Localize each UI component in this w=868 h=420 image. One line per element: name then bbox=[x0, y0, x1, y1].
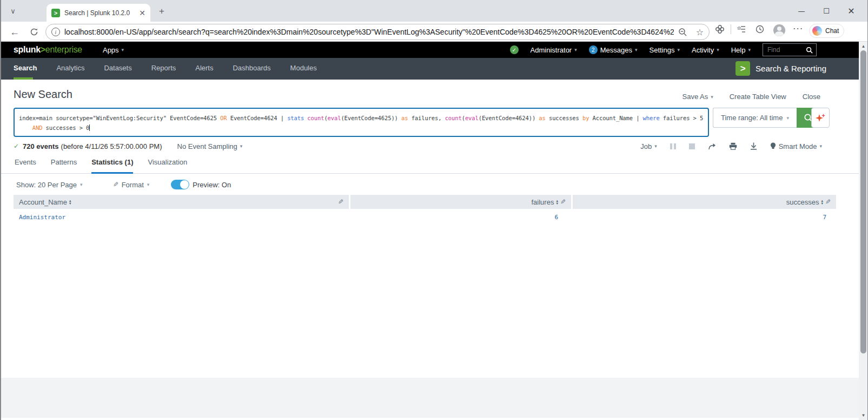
preview-toggle[interactable]: Preview: On bbox=[171, 180, 231, 189]
splunk-topbar: splunk>enterprise Apps▾ ✓ Administrator▾… bbox=[0, 42, 859, 58]
tab-patterns[interactable]: Patterns bbox=[51, 158, 77, 173]
splunk-logo[interactable]: splunk>enterprise bbox=[14, 45, 82, 55]
pause-icon[interactable] bbox=[670, 143, 676, 149]
save-as-button[interactable]: Save As▾ bbox=[682, 93, 713, 101]
per-page-menu[interactable]: Show: 20 Per Page▾ bbox=[16, 181, 83, 189]
copilot-icon bbox=[812, 26, 822, 36]
column-header-successes[interactable]: successes ▴▾ ✎ bbox=[573, 195, 836, 209]
scrollbar-thumb[interactable] bbox=[860, 50, 866, 353]
search-query-editor[interactable]: index=main sourcetype="WinEventLog:Secur… bbox=[14, 108, 709, 137]
column-header-account-name[interactable]: Account_Name ▴▾ ✎ bbox=[14, 195, 349, 209]
time-range-picker[interactable]: Time range: All time▾ bbox=[713, 108, 797, 128]
find-searchbox[interactable] bbox=[763, 43, 817, 56]
search-query-text[interactable]: index=main sourcetype="WinEventLog:Secur… bbox=[19, 113, 705, 133]
site-info-icon[interactable]: i bbox=[51, 28, 60, 36]
messages-menu[interactable]: 2 Messages▾ bbox=[589, 45, 638, 54]
cell-successes[interactable]: 7 bbox=[573, 210, 836, 224]
edit-column-icon[interactable]: ✎ bbox=[825, 198, 831, 206]
current-app[interactable]: > Search & Reporting bbox=[736, 61, 826, 76]
stop-icon[interactable] bbox=[689, 143, 695, 149]
ai-assistant-button[interactable] bbox=[811, 108, 830, 128]
event-sampling-menu[interactable]: No Event Sampling▾ bbox=[177, 142, 243, 150]
table-row: Administrator 6 7 bbox=[14, 210, 836, 224]
apps-label: Apps bbox=[103, 46, 119, 54]
cell-account-name[interactable]: Administrator bbox=[14, 210, 349, 224]
new-tab-button[interactable]: + bbox=[156, 5, 168, 17]
nav-item-search[interactable]: Search bbox=[14, 64, 47, 80]
user-menu[interactable]: Administrator▾ bbox=[531, 46, 577, 54]
time-range-label: Time range: All time bbox=[721, 114, 783, 122]
apps-menu[interactable]: Apps▾ bbox=[103, 46, 124, 54]
zoom-out-icon[interactable] bbox=[678, 28, 687, 37]
sort-icon[interactable]: ▴▾ bbox=[556, 199, 558, 205]
sort-icon[interactable]: ▴▾ bbox=[821, 199, 823, 205]
column-label: Account_Name bbox=[19, 198, 67, 206]
create-table-view-button[interactable]: Create Table View bbox=[730, 93, 786, 101]
column-header-failures[interactable]: failures ▴▾ ✎ bbox=[350, 195, 571, 209]
bookmark-star-icon[interactable]: ☆ bbox=[696, 27, 704, 37]
search-mode-menu[interactable]: Smart Mode▾ bbox=[770, 142, 822, 150]
favorites-icon[interactable] bbox=[737, 24, 746, 34]
activity-menu[interactable]: Activity▾ bbox=[692, 46, 719, 54]
browser-tab[interactable]: > Search | Splunk 10.2.0 ✕ bbox=[47, 4, 150, 22]
close-button[interactable]: Close bbox=[803, 93, 820, 101]
logo-product: enterprise bbox=[45, 45, 82, 54]
tab-visualization[interactable]: Visualization bbox=[148, 158, 187, 173]
window-maximize-button[interactable]: ☐ bbox=[814, 0, 839, 22]
app-name-label: Search & Reporting bbox=[756, 64, 826, 73]
edit-column-icon[interactable]: ✎ bbox=[560, 198, 566, 206]
nav-item-analytics[interactable]: Analytics bbox=[56, 64, 94, 80]
sort-icon[interactable]: ▴▾ bbox=[69, 199, 71, 205]
format-menu[interactable]: ✎ Format▾ bbox=[113, 181, 150, 189]
back-icon[interactable]: ← bbox=[8, 25, 22, 39]
window-close-button[interactable]: ✕ bbox=[839, 0, 864, 22]
scroll-down-icon[interactable]: ▼ bbox=[859, 413, 868, 418]
help-label: Help bbox=[731, 46, 746, 54]
tab-statistics[interactable]: Statistics (1) bbox=[91, 158, 133, 173]
settings-menu[interactable]: Settings▾ bbox=[650, 46, 680, 54]
smart-mode-label: Smart Mode bbox=[779, 142, 817, 150]
cell-failures[interactable]: 6 bbox=[350, 210, 571, 224]
nav-item-dashboards[interactable]: Dashboards bbox=[233, 64, 280, 80]
profile-avatar[interactable] bbox=[773, 24, 785, 36]
tab-close-icon[interactable]: ✕ bbox=[139, 9, 145, 17]
health-check-icon[interactable]: ✓ bbox=[510, 45, 519, 54]
logo-word: splunk bbox=[14, 45, 41, 54]
export-icon[interactable] bbox=[750, 142, 757, 150]
history-icon[interactable] bbox=[755, 24, 765, 34]
toggle-switch[interactable] bbox=[171, 180, 189, 189]
extensions-icon[interactable] bbox=[715, 24, 725, 34]
refresh-icon[interactable] bbox=[27, 25, 41, 39]
column-label: failures bbox=[532, 198, 554, 206]
splunk-app-navbar: Search Analytics Datasets Reports Alerts… bbox=[0, 58, 859, 80]
nav-item-reports[interactable]: Reports bbox=[151, 64, 186, 80]
browser-tab-title: Search | Splunk 10.2.0 bbox=[64, 9, 135, 17]
page-footer bbox=[0, 378, 859, 418]
save-as-label: Save As bbox=[682, 93, 708, 101]
page-scrollbar[interactable]: ▲ ▼ bbox=[859, 42, 868, 420]
nav-item-modules[interactable]: Modules bbox=[290, 64, 327, 80]
help-menu[interactable]: Help▾ bbox=[731, 46, 751, 54]
share-icon[interactable] bbox=[708, 143, 716, 150]
messages-count-badge: 2 bbox=[589, 45, 598, 54]
address-bar[interactable]: i localhost:8000/en-US/app/search/search… bbox=[45, 24, 710, 40]
job-menu[interactable]: Job▾ bbox=[640, 142, 657, 150]
copilot-chat-button[interactable]: Chat bbox=[809, 24, 844, 38]
tab-search-chevron-icon[interactable]: ∨ bbox=[5, 4, 21, 17]
copilot-label: Chat bbox=[825, 27, 839, 35]
activity-label: Activity bbox=[692, 46, 714, 54]
event-count-qualifier: (before 4/11/26 5:57:00.000 PM) bbox=[61, 142, 162, 150]
nav-item-datasets[interactable]: Datasets bbox=[104, 64, 141, 80]
preview-label: Preview: On bbox=[193, 181, 231, 189]
format-pencil-icon: ✎ bbox=[113, 181, 118, 188]
window-minimize-button[interactable]: — bbox=[789, 0, 814, 22]
scroll-up-icon[interactable]: ▲ bbox=[859, 44, 868, 49]
event-sampling-label: No Event Sampling bbox=[177, 142, 237, 150]
url-text[interactable]: localhost:8000/en-US/app/search/search?q… bbox=[64, 28, 674, 36]
nav-item-alerts[interactable]: Alerts bbox=[195, 64, 223, 80]
browser-menu-icon[interactable]: ··· bbox=[793, 24, 804, 32]
find-input[interactable] bbox=[766, 45, 803, 54]
edit-column-icon[interactable]: ✎ bbox=[338, 198, 343, 206]
print-icon[interactable] bbox=[729, 142, 737, 150]
tab-events[interactable]: Events bbox=[15, 158, 36, 173]
